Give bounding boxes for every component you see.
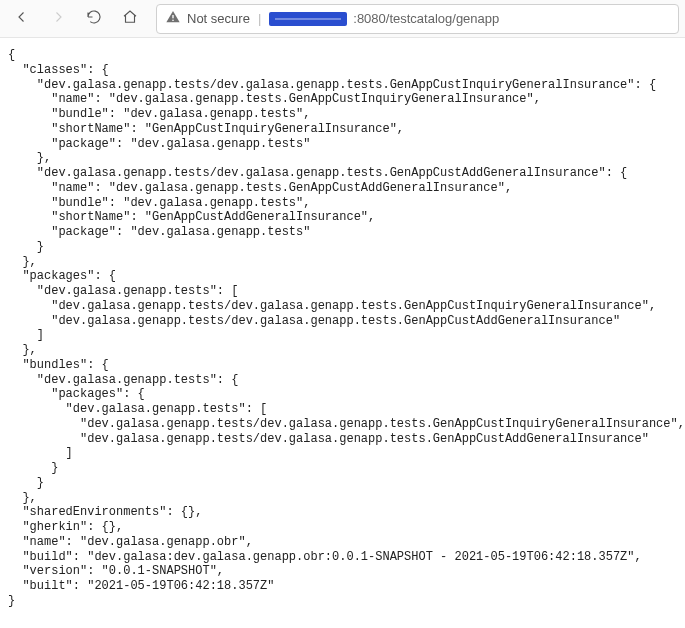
refresh-button[interactable] <box>78 3 110 35</box>
forward-button[interactable] <box>42 3 74 35</box>
svg-rect-0 <box>172 15 173 18</box>
redacted-host <box>269 12 347 26</box>
separator: | <box>258 11 261 26</box>
not-secure-label: Not secure <box>187 11 250 26</box>
warning-icon <box>165 9 181 28</box>
browser-toolbar: Not secure | :8080/testcatalog/genapp <box>0 0 685 38</box>
url-suffix: :8080/testcatalog/genapp <box>353 11 499 26</box>
address-bar[interactable]: Not secure | :8080/testcatalog/genapp <box>156 4 679 34</box>
home-icon <box>121 8 139 29</box>
arrow-left-icon <box>13 8 31 29</box>
svg-rect-1 <box>172 20 173 21</box>
json-body: { "classes": { "dev.galasa.genapp.tests/… <box>0 38 685 628</box>
refresh-icon <box>85 8 103 29</box>
back-button[interactable] <box>6 3 38 35</box>
arrow-right-icon <box>49 8 67 29</box>
home-button[interactable] <box>114 3 146 35</box>
